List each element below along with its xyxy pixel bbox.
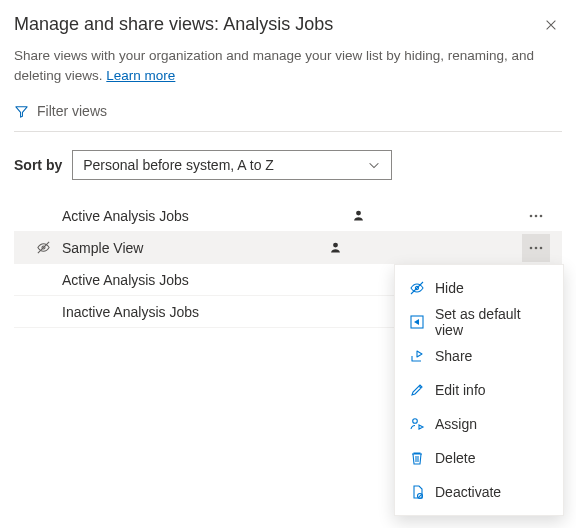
view-label: Sample View xyxy=(54,240,323,256)
assign-icon xyxy=(409,416,425,432)
menu-item-edit-info[interactable]: Edit info xyxy=(395,373,563,407)
dialog-title: Manage and share views: Analysis Jobs xyxy=(14,14,333,35)
chevron-down-icon xyxy=(367,158,381,172)
description-text: Share views with your organization and m… xyxy=(14,48,534,83)
more-button[interactable] xyxy=(522,202,550,230)
sort-by-value: Personal before system, A to Z xyxy=(83,157,274,173)
view-row[interactable]: Sample View xyxy=(14,232,562,264)
share-icon xyxy=(409,348,425,364)
dialog-description: Share views with your organization and m… xyxy=(14,46,562,85)
menu-label: Delete xyxy=(435,450,475,466)
menu-label: Deactivate xyxy=(435,484,501,500)
set-default-icon xyxy=(409,314,425,330)
deactivate-icon xyxy=(409,484,425,500)
filter-label: Filter views xyxy=(37,103,107,119)
menu-item-share[interactable]: Share xyxy=(395,339,563,373)
edit-icon xyxy=(409,382,425,398)
person-icon xyxy=(329,241,342,254)
more-button[interactable] xyxy=(522,234,550,262)
view-row[interactable]: Active Analysis Jobs xyxy=(14,200,562,232)
menu-label: Hide xyxy=(435,280,464,296)
filter-views-button[interactable]: Filter views xyxy=(14,103,562,132)
menu-label: Edit info xyxy=(435,382,486,398)
menu-item-hide[interactable]: Hide xyxy=(395,271,563,305)
menu-label: Share xyxy=(435,348,472,364)
sort-by-select[interactable]: Personal before system, A to Z xyxy=(72,150,392,180)
view-label: Active Analysis Jobs xyxy=(54,208,346,224)
filter-icon xyxy=(14,104,29,119)
learn-more-link[interactable]: Learn more xyxy=(106,68,175,83)
menu-item-delete[interactable]: Delete xyxy=(395,441,563,475)
menu-item-set-default[interactable]: Set as default view xyxy=(395,305,563,339)
context-menu: Hide Set as default view Share Edit info… xyxy=(394,264,564,516)
menu-item-deactivate[interactable]: Deactivate xyxy=(395,475,563,509)
menu-label: Set as default view xyxy=(435,306,549,338)
menu-item-assign[interactable]: Assign xyxy=(395,407,563,441)
view-label: Inactive Analysis Jobs xyxy=(54,304,374,320)
hidden-indicator xyxy=(32,240,54,255)
view-label: Active Analysis Jobs xyxy=(54,272,369,288)
delete-icon xyxy=(409,450,425,466)
close-button[interactable] xyxy=(540,14,562,36)
menu-label: Assign xyxy=(435,416,477,432)
person-icon xyxy=(352,209,365,222)
close-icon xyxy=(544,18,558,32)
hide-icon xyxy=(409,280,425,296)
sort-by-label: Sort by xyxy=(14,157,62,173)
